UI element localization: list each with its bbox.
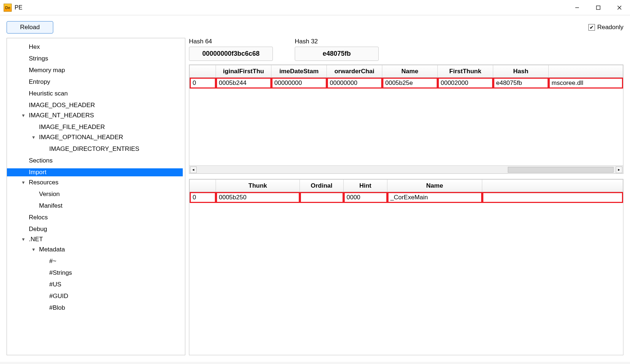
tree-expander-icon[interactable]: ▼: [19, 237, 27, 242]
column-header: [482, 180, 623, 192]
tree-item-image-file-header[interactable]: IMAGE_FILE_HEADER: [38, 123, 183, 131]
tree-item--blob[interactable]: #Blob: [48, 304, 183, 312]
imports-table[interactable]: iginalFirstThuimeDateStamorwarderChaiNam…: [189, 64, 623, 174]
tree-item-strings[interactable]: Strings: [27, 55, 183, 63]
imports-original-first-thunk: 0005b244: [216, 78, 271, 89]
column-header[interactable]: [549, 65, 623, 78]
tree-item-metadata[interactable]: Metadata: [38, 246, 183, 254]
column-header[interactable]: Hint: [344, 180, 387, 192]
tree-expander-icon[interactable]: ▼: [19, 113, 27, 118]
tree-item-heuristic-scan[interactable]: Heuristic scan: [27, 90, 183, 98]
app-icon: De: [4, 4, 12, 12]
window-title: PE: [15, 4, 22, 11]
func-empty: [482, 192, 623, 203]
readonly-toggle[interactable]: ✔ Readonly: [588, 24, 623, 31]
tree-item--guid[interactable]: #GUID: [48, 292, 183, 300]
imports-row[interactable]: 0 0005b244 00000000 00000000 0005b25e 00…: [190, 78, 623, 89]
tree-expander-icon[interactable]: ▼: [30, 247, 38, 252]
readonly-label: Readonly: [597, 24, 623, 31]
column-header[interactable]: iginalFirstThu: [216, 65, 271, 78]
scroll-thumb[interactable]: [508, 167, 614, 173]
column-header[interactable]: imeDateStam: [271, 65, 327, 78]
tree-item-version[interactable]: Version: [38, 190, 183, 198]
tree-item-resources[interactable]: Resources: [27, 179, 183, 187]
imports-hash: e48075fb: [493, 78, 549, 89]
hash32-value[interactable]: e48075fb: [295, 47, 379, 61]
tree-item--[interactable]: #~: [48, 257, 183, 265]
tree-item-image-optional-header[interactable]: IMAGE_OPTIONAL_HEADER: [38, 133, 183, 141]
tree-item-image-nt-headers[interactable]: IMAGE_NT_HEADERS: [27, 111, 183, 120]
tree-item--us[interactable]: #US: [48, 281, 183, 289]
column-header[interactable]: [190, 65, 216, 78]
func-ordinal: [300, 192, 344, 203]
tree-item-entropy[interactable]: Entropy: [27, 78, 183, 86]
tree-item-memory-map[interactable]: Memory map: [27, 66, 183, 74]
column-header[interactable]: FirstThunk: [438, 65, 493, 78]
tree-item-manifest[interactable]: Manifest: [38, 202, 183, 210]
imports-first-thunk: 00002000: [438, 78, 493, 89]
tree-expander-icon[interactable]: ▼: [19, 180, 27, 185]
reload-button[interactable]: Reload: [7, 21, 53, 34]
tree-item-hex[interactable]: Hex: [27, 43, 183, 51]
imports-forwarder-chain: 00000000: [327, 78, 382, 89]
minimize-button[interactable]: [567, 0, 588, 15]
toolbar: Reload ✔ Readonly: [0, 15, 630, 38]
scroll-right-icon[interactable]: ▸: [616, 167, 622, 173]
tree-item-image-dos-header[interactable]: IMAGE_DOS_HEADER: [27, 101, 183, 109]
tree-expander-icon[interactable]: ▼: [30, 135, 38, 140]
imports-dll: mscoree.dll: [549, 78, 623, 89]
imports-idx: 0: [190, 78, 216, 89]
tree-item-debug[interactable]: Debug: [27, 225, 183, 233]
svg-rect-1: [596, 6, 600, 9]
hash32-label: Hash 32: [295, 38, 379, 45]
tree-item--net[interactable]: .NET: [27, 235, 183, 243]
column-header[interactable]: orwarderChai: [327, 65, 382, 78]
hash64-value[interactable]: 00000000f3bc6c68: [189, 47, 273, 61]
scroll-left-icon[interactable]: ◂: [190, 167, 197, 173]
column-header[interactable]: [190, 180, 216, 192]
hash64-label: Hash 64: [189, 38, 273, 45]
tree-item-image-directory-entries[interactable]: IMAGE_DIRECTORY_ENTRIES: [48, 145, 183, 153]
column-header[interactable]: Name: [382, 65, 438, 78]
imports-hscrollbar[interactable]: ◂ ▸: [189, 165, 623, 173]
column-header[interactable]: Ordinal: [300, 180, 344, 192]
column-header[interactable]: Thunk: [216, 180, 300, 192]
readonly-checkbox[interactable]: ✔: [588, 24, 595, 31]
tree-panel[interactable]: HexStringsMemory mapEntropyHeuristic sca…: [7, 38, 185, 355]
column-header[interactable]: Name: [387, 180, 482, 192]
func-idx: 0: [190, 192, 216, 203]
imports-name: 0005b25e: [382, 78, 438, 89]
titlebar: De PE: [0, 0, 630, 15]
func-thunk: 0005b250: [216, 192, 300, 203]
maximize-button[interactable]: [588, 0, 609, 15]
column-header[interactable]: Hash: [493, 65, 549, 78]
functions-row[interactable]: 0 0005b250 0000 _CorExeMain: [190, 192, 623, 203]
imports-time-date-stamp: 00000000: [271, 78, 327, 89]
tree-item--strings[interactable]: #Strings: [48, 269, 183, 277]
func-name: _CorExeMain: [387, 192, 482, 203]
tree-item-sections[interactable]: Sections: [27, 157, 183, 165]
functions-table[interactable]: ThunkOrdinalHintName 0 0005b250 0000 _Co…: [189, 179, 623, 355]
func-hint: 0000: [344, 192, 387, 203]
tree-item-relocs[interactable]: Relocs: [27, 214, 183, 222]
tree-item-import[interactable]: Import: [27, 168, 183, 176]
close-button[interactable]: [609, 0, 630, 15]
